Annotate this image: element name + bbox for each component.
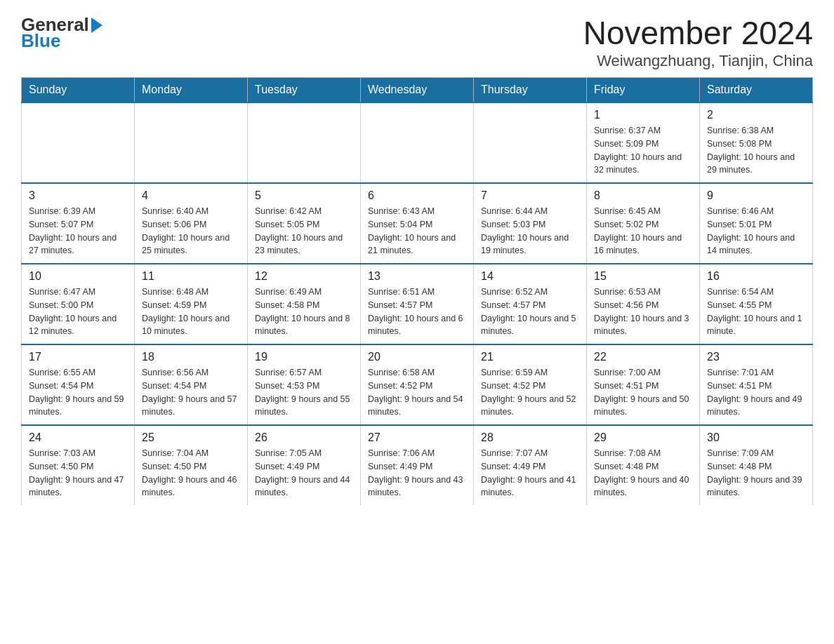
day-number: 6 <box>368 189 466 202</box>
day-number: 3 <box>29 189 127 202</box>
calendar-cell: 3Sunrise: 6:39 AM Sunset: 5:07 PM Daylig… <box>22 183 135 264</box>
day-number: 9 <box>707 189 805 202</box>
calendar-body: 1Sunrise: 6:37 AM Sunset: 5:09 PM Daylig… <box>22 102 813 505</box>
calendar-header: SundayMondayTuesdayWednesdayThursdayFrid… <box>22 78 813 103</box>
week-row-4: 17Sunrise: 6:55 AM Sunset: 4:54 PM Dayli… <box>22 344 813 425</box>
day-number: 25 <box>142 431 240 444</box>
calendar-title: November 2024 <box>583 14 813 52</box>
day-info: Sunrise: 7:04 AM Sunset: 4:50 PM Dayligh… <box>142 447 240 499</box>
day-info: Sunrise: 7:07 AM Sunset: 4:49 PM Dayligh… <box>481 447 579 499</box>
logo-arrow-icon <box>91 18 102 33</box>
calendar-cell: 19Sunrise: 6:57 AM Sunset: 4:53 PM Dayli… <box>248 344 361 425</box>
day-info: Sunrise: 7:00 AM Sunset: 4:51 PM Dayligh… <box>594 366 692 419</box>
day-info: Sunrise: 6:54 AM Sunset: 4:55 PM Dayligh… <box>707 286 805 338</box>
day-number: 26 <box>255 431 353 444</box>
calendar-cell: 16Sunrise: 6:54 AM Sunset: 4:55 PM Dayli… <box>700 264 813 344</box>
day-info: Sunrise: 7:05 AM Sunset: 4:49 PM Dayligh… <box>255 447 353 499</box>
day-number: 18 <box>142 351 240 363</box>
calendar-cell: 28Sunrise: 7:07 AM Sunset: 4:49 PM Dayli… <box>474 425 587 505</box>
calendar-cell: 18Sunrise: 6:56 AM Sunset: 4:54 PM Dayli… <box>135 344 248 425</box>
day-info: Sunrise: 7:01 AM Sunset: 4:51 PM Dayligh… <box>707 366 805 419</box>
day-info: Sunrise: 6:51 AM Sunset: 4:57 PM Dayligh… <box>368 286 466 338</box>
calendar-cell: 12Sunrise: 6:49 AM Sunset: 4:58 PM Dayli… <box>248 264 361 344</box>
day-info: Sunrise: 6:53 AM Sunset: 4:56 PM Dayligh… <box>594 286 692 338</box>
calendar-cell: 15Sunrise: 6:53 AM Sunset: 4:56 PM Dayli… <box>587 264 700 344</box>
calendar-cell <box>248 102 361 183</box>
col-header-tuesday: Tuesday <box>248 78 361 103</box>
day-info: Sunrise: 6:39 AM Sunset: 5:07 PM Dayligh… <box>29 205 127 257</box>
week-row-3: 10Sunrise: 6:47 AM Sunset: 5:00 PM Dayli… <box>22 264 813 344</box>
day-number: 28 <box>481 431 579 444</box>
calendar-cell: 11Sunrise: 6:48 AM Sunset: 4:59 PM Dayli… <box>135 264 248 344</box>
calendar-cell <box>135 102 248 183</box>
day-info: Sunrise: 6:57 AM Sunset: 4:53 PM Dayligh… <box>255 366 353 419</box>
day-number: 22 <box>594 351 692 363</box>
calendar-subtitle: Weiwangzhuang, Tianjin, China <box>583 52 813 70</box>
calendar-cell: 2Sunrise: 6:38 AM Sunset: 5:08 PM Daylig… <box>700 102 813 183</box>
day-number: 30 <box>707 431 805 444</box>
day-number: 14 <box>481 270 579 283</box>
week-row-1: 1Sunrise: 6:37 AM Sunset: 5:09 PM Daylig… <box>22 102 813 183</box>
day-number: 13 <box>368 270 466 283</box>
day-info: Sunrise: 6:47 AM Sunset: 5:00 PM Dayligh… <box>29 286 127 338</box>
calendar-cell: 9Sunrise: 6:46 AM Sunset: 5:01 PM Daylig… <box>700 183 813 264</box>
day-info: Sunrise: 6:58 AM Sunset: 4:52 PM Dayligh… <box>368 366 466 419</box>
day-info: Sunrise: 6:44 AM Sunset: 5:03 PM Dayligh… <box>481 205 579 257</box>
calendar-cell: 13Sunrise: 6:51 AM Sunset: 4:57 PM Dayli… <box>361 264 474 344</box>
calendar-cell: 30Sunrise: 7:09 AM Sunset: 4:48 PM Dayli… <box>700 425 813 505</box>
day-info: Sunrise: 6:49 AM Sunset: 4:58 PM Dayligh… <box>255 286 353 338</box>
col-header-saturday: Saturday <box>700 78 813 103</box>
day-info: Sunrise: 6:52 AM Sunset: 4:57 PM Dayligh… <box>481 286 579 338</box>
calendar-cell: 10Sunrise: 6:47 AM Sunset: 5:00 PM Dayli… <box>22 264 135 344</box>
col-header-friday: Friday <box>587 78 700 103</box>
day-info: Sunrise: 6:37 AM Sunset: 5:09 PM Dayligh… <box>594 124 692 177</box>
day-info: Sunrise: 6:40 AM Sunset: 5:06 PM Dayligh… <box>142 205 240 257</box>
calendar-cell: 20Sunrise: 6:58 AM Sunset: 4:52 PM Dayli… <box>361 344 474 425</box>
col-header-sunday: Sunday <box>22 78 135 103</box>
day-number: 12 <box>255 270 353 283</box>
day-info: Sunrise: 6:42 AM Sunset: 5:05 PM Dayligh… <box>255 205 353 257</box>
day-number: 7 <box>481 189 579 202</box>
day-number: 5 <box>255 189 353 202</box>
calendar-table: SundayMondayTuesdayWednesdayThursdayFrid… <box>21 77 813 505</box>
page-header: General General Blue November 2024 Weiwa… <box>21 14 813 70</box>
day-info: Sunrise: 6:46 AM Sunset: 5:01 PM Dayligh… <box>707 205 805 257</box>
calendar-cell: 22Sunrise: 7:00 AM Sunset: 4:51 PM Dayli… <box>587 344 700 425</box>
title-block: November 2024 Weiwangzhuang, Tianjin, Ch… <box>583 14 813 70</box>
day-info: Sunrise: 7:09 AM Sunset: 4:48 PM Dayligh… <box>707 447 805 499</box>
week-row-2: 3Sunrise: 6:39 AM Sunset: 5:07 PM Daylig… <box>22 183 813 264</box>
calendar-cell: 5Sunrise: 6:42 AM Sunset: 5:05 PM Daylig… <box>248 183 361 264</box>
day-number: 8 <box>594 189 692 202</box>
logo-text-blue: Blue <box>21 30 60 52</box>
day-number: 2 <box>707 109 805 121</box>
col-header-wednesday: Wednesday <box>361 78 474 103</box>
calendar-cell: 7Sunrise: 6:44 AM Sunset: 5:03 PM Daylig… <box>474 183 587 264</box>
day-info: Sunrise: 6:38 AM Sunset: 5:08 PM Dayligh… <box>707 124 805 177</box>
day-number: 27 <box>368 431 466 444</box>
day-info: Sunrise: 6:45 AM Sunset: 5:02 PM Dayligh… <box>594 205 692 257</box>
day-info: Sunrise: 6:48 AM Sunset: 4:59 PM Dayligh… <box>142 286 240 338</box>
calendar-cell <box>361 102 474 183</box>
calendar-cell: 26Sunrise: 7:05 AM Sunset: 4:49 PM Dayli… <box>248 425 361 505</box>
calendar-cell: 6Sunrise: 6:43 AM Sunset: 5:04 PM Daylig… <box>361 183 474 264</box>
day-number: 24 <box>29 431 127 444</box>
calendar-cell: 21Sunrise: 6:59 AM Sunset: 4:52 PM Dayli… <box>474 344 587 425</box>
days-of-week-row: SundayMondayTuesdayWednesdayThursdayFrid… <box>22 78 813 103</box>
calendar-cell: 25Sunrise: 7:04 AM Sunset: 4:50 PM Dayli… <box>135 425 248 505</box>
calendar-cell: 8Sunrise: 6:45 AM Sunset: 5:02 PM Daylig… <box>587 183 700 264</box>
calendar-cell: 14Sunrise: 6:52 AM Sunset: 4:57 PM Dayli… <box>474 264 587 344</box>
day-info: Sunrise: 6:55 AM Sunset: 4:54 PM Dayligh… <box>29 366 127 419</box>
day-number: 10 <box>29 270 127 283</box>
calendar-cell: 23Sunrise: 7:01 AM Sunset: 4:51 PM Dayli… <box>700 344 813 425</box>
day-info: Sunrise: 6:43 AM Sunset: 5:04 PM Dayligh… <box>368 205 466 257</box>
day-info: Sunrise: 6:56 AM Sunset: 4:54 PM Dayligh… <box>142 366 240 419</box>
day-number: 15 <box>594 270 692 283</box>
day-info: Sunrise: 6:59 AM Sunset: 4:52 PM Dayligh… <box>481 366 579 419</box>
day-number: 17 <box>29 351 127 363</box>
col-header-thursday: Thursday <box>474 78 587 103</box>
day-number: 16 <box>707 270 805 283</box>
day-number: 4 <box>142 189 240 202</box>
logo-wrapper: General Blue <box>21 14 105 52</box>
day-number: 20 <box>368 351 466 363</box>
day-number: 21 <box>481 351 579 363</box>
